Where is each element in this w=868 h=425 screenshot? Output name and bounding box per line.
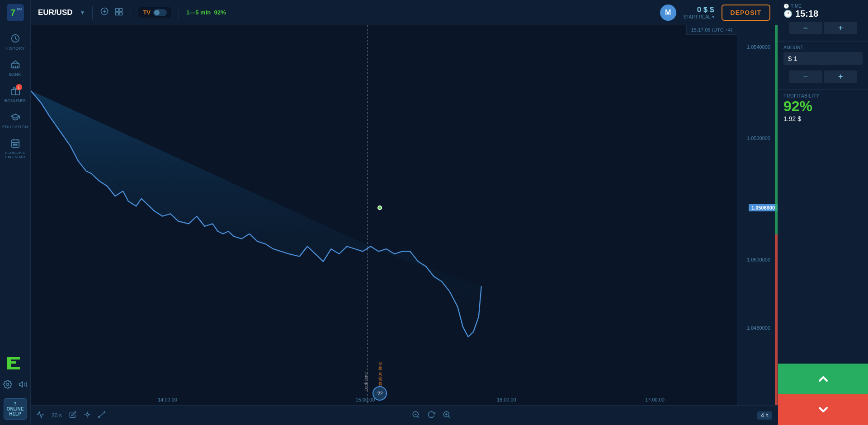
amount-minus-button[interactable]: − — [789, 70, 822, 83]
amount-controls: − + — [783, 68, 863, 86]
profitability-section: PROFITABILITY 92% 1.92 $ — [778, 89, 868, 126]
time-plus-button[interactable]: + — [824, 22, 858, 34]
tv-toggle-switch[interactable] — [153, 9, 167, 16]
sidebar-item-bank-label: BANK — [9, 72, 21, 77]
balance-block[interactable]: 0 $ $ START REAL ▾ — [684, 5, 714, 19]
app-logo[interactable]: 7 EN — [6, 4, 24, 22]
timeframe-label: 1—5 min 92% — [186, 9, 226, 16]
svg-point-32 — [86, 413, 88, 416]
brand-icon — [5, 352, 25, 374]
svg-text:EN: EN — [17, 7, 22, 11]
sidebar-item-history[interactable]: HISTORY — [0, 29, 30, 55]
time-section-label: 🕐 TIME — [783, 4, 863, 9]
sidebar-item-bank[interactable]: BANK — [0, 55, 30, 81]
pair-dropdown-arrow[interactable]: ▼ — [80, 9, 85, 16]
draw-pencil-tool[interactable] — [69, 411, 76, 420]
amount-plus-button[interactable]: + — [824, 70, 858, 83]
online-help-label: ONLINE HELP — [6, 406, 25, 416]
time-label-1500: 15:00:00 — [356, 397, 375, 402]
chart-type-tool[interactable] — [36, 411, 44, 420]
current-price-tag: 1.0506600 — [749, 204, 778, 211]
main-area: EUR/USD ▼ TV 1—5 min 92% — [31, 0, 778, 425]
sidebar-bottom: ? ONLINE HELP — [3, 352, 28, 425]
svg-rect-14 — [15, 144, 17, 145]
topbar: EUR/USD ▼ TV 1—5 min 92% — [31, 0, 778, 25]
add-chart-button[interactable] — [100, 7, 109, 18]
volume-bar-green — [775, 25, 778, 234]
svg-rect-26 — [116, 12, 119, 15]
price-axis: 1.0540000 1.0520000 1.0500000 1.0480000 … — [737, 25, 778, 405]
sidebar-item-education[interactable]: EDUCATION — [0, 107, 30, 134]
time-value-display: 🕐 15:18 — [783, 9, 863, 19]
deposit-button[interactable]: DEPOSIT — [722, 5, 770, 21]
svg-rect-25 — [119, 8, 123, 11]
candle-interval-label: 30 s — [52, 412, 62, 419]
trend-line-tool[interactable] — [98, 411, 105, 420]
time-label-1600: 16:00:00 — [497, 397, 516, 402]
price-level-1: 1.0520000 — [747, 135, 774, 141]
topbar-divider-1 — [92, 6, 93, 19]
svg-line-37 — [417, 416, 419, 417]
amount-section: AMOUNT $ 1 − + — [778, 41, 868, 89]
profitability-topbar: 92% — [214, 9, 226, 16]
bonuses-icon: 1 — [10, 86, 20, 97]
help-question-icon: ? — [6, 402, 25, 406]
svg-rect-16 — [7, 357, 20, 360]
time-label-1400: 14:00:00 — [158, 397, 177, 402]
profitability-percentage: 92% — [783, 98, 863, 114]
time-controls: − + — [783, 19, 863, 37]
bank-icon — [10, 60, 20, 70]
chart-area: 15:17:06 (UTC +4) Lock time Expiration t… — [31, 25, 778, 405]
profitability-value: 1.92 $ — [783, 115, 863, 122]
chart-canvas[interactable]: 15:17:06 (UTC +4) Lock time Expiration t… — [31, 25, 737, 405]
svg-rect-18 — [7, 361, 16, 364]
education-icon — [10, 112, 20, 123]
trading-panel: 🕐 TIME 🕐 15:18 − + AMOUNT $ 1 − + PROFIT… — [778, 0, 868, 425]
zoom-reset-button[interactable] — [427, 411, 435, 420]
trading-pair[interactable]: EUR/USD — [38, 8, 73, 17]
trade-down-button[interactable] — [778, 394, 868, 425]
svg-line-33 — [99, 412, 104, 417]
time-minus-button[interactable]: − — [789, 22, 822, 34]
timeframe-4h[interactable]: 4 h — [757, 411, 772, 420]
volume-bar-red — [775, 234, 778, 405]
crosshair-tool[interactable] — [84, 411, 91, 420]
zoom-in-button[interactable] — [443, 411, 451, 420]
price-level-3: 1.0500000 — [747, 257, 774, 262]
tradingview-toggle[interactable]: TV — [138, 7, 171, 18]
bonuses-badge: 1 — [16, 84, 22, 90]
clock-icon: 🕐 — [783, 4, 789, 9]
svg-rect-24 — [116, 8, 119, 11]
topbar-divider-3 — [179, 6, 179, 19]
history-icon — [10, 33, 20, 44]
svg-rect-17 — [7, 367, 20, 369]
trade-buttons — [778, 364, 868, 425]
sidebar-item-education-label: EDUCATION — [2, 125, 28, 129]
svg-line-40 — [448, 416, 449, 417]
settings-icon[interactable] — [3, 380, 12, 391]
svg-rect-27 — [119, 12, 123, 15]
sidebar-item-bonuses-label: BONUSES — [5, 98, 26, 103]
sound-icon[interactable] — [19, 380, 28, 391]
price-level-0: 1.0540000 — [747, 44, 774, 50]
amount-display[interactable]: $ 1 — [783, 52, 863, 65]
online-help-button[interactable]: ? ONLINE HELP — [4, 398, 27, 420]
chart-tools: 30 s — [36, 411, 105, 420]
zoom-out-button[interactable] — [412, 411, 420, 420]
amount-label: AMOUNT — [783, 45, 863, 50]
sidebar-item-economic-calendar[interactable]: ECONOMICCALENDAR — [0, 134, 30, 163]
topbar-right: M 0 $ $ START REAL ▾ DEPOSIT — [660, 5, 770, 21]
timeframe-value: 1—5 min — [186, 9, 211, 16]
sidebar: 7 EN HISTORY BANK — [0, 0, 31, 425]
trade-up-button[interactable] — [778, 364, 868, 394]
svg-point-34 — [98, 416, 99, 418]
tv-logo-text: TV — [143, 9, 151, 16]
user-avatar[interactable]: M — [660, 5, 676, 21]
timeframe-selector: 4 h — [757, 411, 772, 420]
svg-point-19 — [6, 383, 9, 386]
x-axis: 14:00:00 15:00:00 16:00:00 17:00:00 — [31, 394, 737, 405]
chart-layout-button[interactable] — [114, 7, 123, 18]
sidebar-item-bonuses[interactable]: 1 BONUSES — [0, 81, 30, 107]
chart-svg-line — [31, 25, 737, 387]
sidebar-item-history-label: HISTORY — [5, 46, 25, 51]
